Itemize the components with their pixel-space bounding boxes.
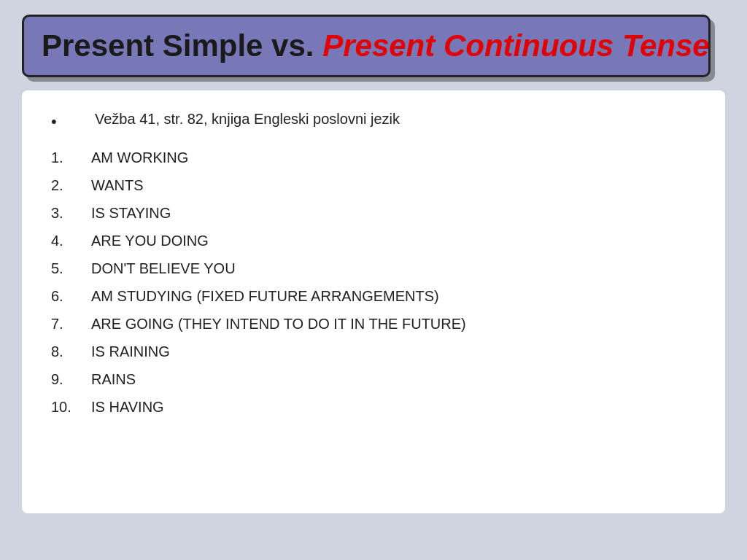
bullet-dot: • <box>51 111 66 133</box>
list-item: 6.AM STUDYING (FIXED FUTURE ARRANGEMENTS… <box>51 285 696 307</box>
list-item: 7.ARE GOING (THEY INTEND TO DO IT IN THE… <box>51 313 696 335</box>
item-number: 6. <box>51 285 91 307</box>
item-text: IS RAINING <box>91 341 170 362</box>
slide-page: Present Simple vs. Present Continuous Te… <box>0 0 747 560</box>
item-number: 10. <box>51 396 91 418</box>
item-text: DON'T BELIEVE YOU <box>91 257 236 279</box>
list-item: 4.ARE YOU DOING <box>51 230 696 252</box>
list-item: 10.IS HAVING <box>51 396 696 418</box>
content-box: • Vežba 41, str. 82, knjiga Engleski pos… <box>22 90 725 513</box>
bullet-item: • Vežba 41, str. 82, knjiga Engleski pos… <box>51 111 696 133</box>
item-number: 5. <box>51 257 91 279</box>
item-number: 4. <box>51 230 91 252</box>
item-number: 9. <box>51 368 91 390</box>
bullet-text: Vežba 41, str. 82, knjiga Engleski poslo… <box>95 111 400 128</box>
slide-title: Present Simple vs. Present Continuous Te… <box>42 28 710 63</box>
item-text: ARE GOING (THEY INTEND TO DO IT IN THE F… <box>91 313 466 335</box>
numbered-list: 1.AM WORKING2.WANTS3.IS STAYING4.ARE YOU… <box>51 147 696 418</box>
title-plain: Present Simple vs. <box>42 28 314 63</box>
item-number: 3. <box>51 202 91 224</box>
item-text: ARE YOU DOING <box>91 230 209 252</box>
item-number: 7. <box>51 313 91 335</box>
item-text: AM WORKING <box>91 147 188 168</box>
list-item: 5.DON'T BELIEVE YOU <box>51 257 696 279</box>
item-text: IS STAYING <box>91 202 171 224</box>
item-text: AM STUDYING (FIXED FUTURE ARRANGEMENTS) <box>91 285 439 307</box>
list-item: 8.IS RAINING <box>51 341 696 362</box>
list-item: 1.AM WORKING <box>51 147 696 168</box>
title-red: Present Continuous Tense <box>322 28 710 63</box>
item-number: 8. <box>51 341 91 362</box>
item-text: WANTS <box>91 174 143 196</box>
item-text: RAINS <box>91 368 136 390</box>
item-number: 1. <box>51 147 91 168</box>
item-number: 2. <box>51 174 91 196</box>
list-item: 2.WANTS <box>51 174 696 196</box>
item-text: IS HAVING <box>91 396 164 418</box>
list-item: 3.IS STAYING <box>51 202 696 224</box>
title-box: Present Simple vs. Present Continuous Te… <box>22 15 711 77</box>
list-item: 9.RAINS <box>51 368 696 390</box>
